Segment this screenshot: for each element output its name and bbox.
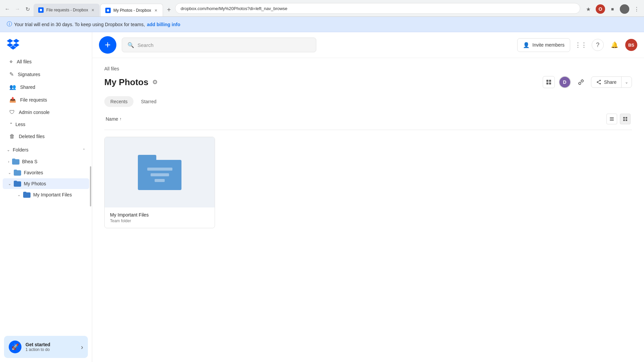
get-started-text: Get started 1 action to do — [25, 342, 77, 352]
user-avatar[interactable]: BS — [625, 39, 637, 51]
address-bar[interactable]: dropbox.com/home/My%20Photos?di=left_nav… — [175, 3, 581, 14]
chevron-down-icon: ⌄ — [7, 147, 10, 152]
chevron-down-icon-favorites: ⌄ — [8, 171, 11, 175]
file-requests-label: File requests — [20, 97, 47, 103]
share-button-group: Share ⌄ — [591, 76, 632, 88]
svg-rect-8 — [626, 117, 627, 119]
toolbar-right: 👤 Invite members ⋮⋮ ? 🔔 BS — [517, 38, 637, 52]
file-card-my-important-files[interactable]: My Important Files Team folder — [104, 137, 215, 228]
browser-menu-icon[interactable]: ⋮ — [632, 4, 641, 14]
less-toggle[interactable]: ⌃ Less — [3, 119, 89, 130]
files-header-name[interactable]: Name ↑ — [106, 116, 121, 122]
user-avatar-label: BS — [628, 43, 634, 48]
copy-link-icon[interactable] — [575, 76, 587, 88]
sidebar-item-all-files[interactable]: ⋄ All files — [3, 55, 89, 68]
settings-gear-icon[interactable]: ⚙ — [152, 78, 158, 86]
svg-rect-10 — [626, 119, 627, 121]
file-type: Team folder — [110, 219, 209, 223]
folder-icon-my-important-files — [23, 192, 31, 198]
tab-close-1[interactable]: × — [91, 7, 95, 13]
folder-label-favorites: Favorites — [24, 170, 43, 175]
svg-rect-9 — [623, 119, 625, 121]
sidebar-logo-area — [0, 32, 92, 54]
add-button[interactable]: + — [99, 36, 116, 54]
page-header: My Photos ⚙ D — [104, 76, 632, 88]
grid-icon: ⋄ — [9, 58, 13, 65]
address-text: dropbox.com/home/My%20Photos?di=left_nav… — [181, 6, 287, 11]
folder-item-favorites[interactable]: ⌄ Favorites — [3, 167, 89, 178]
svg-rect-2 — [546, 82, 548, 84]
notification-text: Your trial will end in 30 days. To keep … — [14, 22, 145, 27]
tab-bar: File requests - Dropbox × My Photos - Dr… — [34, 0, 641, 16]
sidebar-item-signatures[interactable]: ✎ Signatures — [3, 68, 89, 80]
back-button[interactable]: ← — [3, 4, 12, 14]
get-started-card[interactable]: 🚀 Get started 1 action to do › — [4, 336, 88, 358]
apps-icon[interactable]: ⋮⋮ — [575, 39, 587, 51]
page-title: My Photos — [104, 77, 148, 87]
refresh-button[interactable]: ↻ — [23, 4, 32, 14]
extensions-icon[interactable]: O — [596, 4, 605, 14]
tab-favicon-1 — [38, 7, 44, 13]
sidebar-item-shared[interactable]: 👥 Shared — [3, 81, 89, 93]
content-tabs: Recents Starred — [104, 96, 632, 107]
shared-label: Shared — [20, 84, 35, 90]
d-avatar[interactable]: D — [559, 76, 571, 88]
search-bar[interactable]: 🔍 Search — [122, 38, 316, 52]
invite-members-label: Invite members — [532, 42, 565, 48]
sidebar-item-deleted-files[interactable]: 🗑 Deleted files — [3, 130, 89, 142]
tab-favicon-2 — [105, 8, 111, 13]
help-icon[interactable]: ? — [592, 39, 604, 51]
search-icon: 🔍 — [127, 42, 134, 48]
invite-members-button[interactable]: 👤 Invite members — [517, 38, 570, 52]
less-label: Less — [15, 122, 25, 127]
notification-icon: ⓘ — [7, 21, 12, 28]
admin-console-label: Admin console — [19, 110, 50, 115]
sidebar-item-file-requests[interactable]: 📤 File requests — [3, 94, 89, 106]
chevron-down-icon-myphotos: ⌄ — [8, 182, 11, 186]
tab-file-requests[interactable]: File requests - Dropbox × — [34, 4, 100, 16]
sort-arrow-icon: ↑ — [119, 117, 121, 121]
forward-button[interactable]: → — [13, 4, 22, 14]
tab-starred[interactable]: Starred — [135, 96, 162, 107]
extensions-menu-icon[interactable]: ■ — [608, 4, 617, 14]
notification-link[interactable]: add billing info — [147, 22, 180, 27]
breadcrumb[interactable]: All files — [104, 66, 632, 71]
header-actions: D Share — [543, 76, 632, 88]
svg-rect-7 — [623, 117, 625, 119]
tab-label-1: File requests - Dropbox — [46, 8, 88, 12]
browser-toolbar-right: ★ O ■ ⋮ — [581, 4, 641, 16]
file-card-preview — [105, 137, 215, 207]
folder-item-my-photos[interactable]: ⌄ My Photos — [3, 178, 89, 189]
plus-icon: + — [105, 40, 111, 50]
top-toolbar: + 🔍 Search 👤 Invite members ⋮⋮ ? 🔔 BS — [92, 32, 644, 58]
folder-item-my-important-files[interactable]: ⌄ My Important Files — [3, 189, 89, 200]
sidebar-scrollbar[interactable] — [90, 166, 91, 206]
dropbox-logo — [7, 39, 19, 50]
svg-rect-3 — [549, 82, 551, 84]
folders-section-header[interactable]: ⌄ Folders ⌃ — [0, 144, 92, 156]
profile-icon[interactable] — [620, 4, 629, 14]
folder-label-bhea-s: Bhea S — [22, 159, 38, 164]
browser-nav-buttons: ← → ↻ — [3, 4, 34, 16]
grid-view-button[interactable] — [620, 114, 631, 124]
share-button[interactable]: Share — [591, 77, 622, 87]
view-details-icon[interactable] — [543, 76, 555, 88]
collapse-folders-icon: ⌃ — [83, 148, 85, 152]
folder-item-bhea-s[interactable]: › Bhea S — [3, 156, 89, 167]
svg-rect-1 — [549, 80, 551, 82]
tab-my-photos[interactable]: My Photos - Dropbox × — [100, 4, 163, 16]
signatures-label: Signatures — [18, 72, 40, 77]
folder-icon-favorites — [14, 170, 21, 176]
sidebar-item-admin-console[interactable]: 🛡 Admin console — [3, 106, 89, 118]
trash-icon: 🗑 — [9, 133, 15, 139]
tab-recents[interactable]: Recents — [104, 96, 133, 107]
files-grid: My Important Files Team folder — [104, 137, 632, 228]
bookmark-icon[interactable]: ★ — [584, 4, 593, 14]
share-dropdown-button[interactable]: ⌄ — [622, 77, 632, 87]
notifications-icon[interactable]: 🔔 — [608, 39, 621, 51]
tab-close-2[interactable]: × — [154, 8, 158, 13]
content-area: All files My Photos ⚙ — [92, 58, 644, 362]
svg-rect-5 — [610, 119, 614, 119]
new-tab-button[interactable]: + — [164, 6, 174, 16]
list-view-button[interactable] — [606, 114, 617, 124]
